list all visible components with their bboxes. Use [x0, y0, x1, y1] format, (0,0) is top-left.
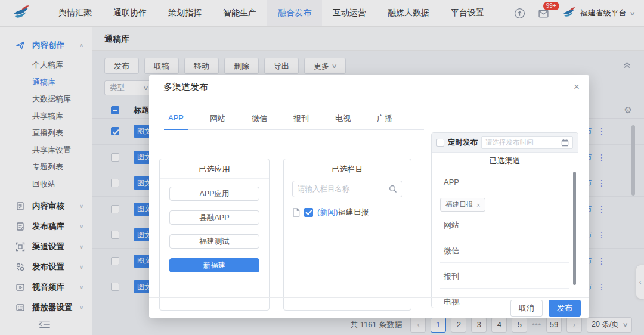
calendar-icon: [561, 139, 569, 147]
schedule-date-field[interactable]: [485, 139, 559, 146]
app-option-selected[interactable]: 新福建: [169, 258, 259, 272]
cancel-button[interactable]: 取消: [510, 300, 543, 317]
tab-wechat[interactable]: 微信: [247, 113, 271, 129]
tab-tv[interactable]: 电视: [331, 113, 355, 129]
confirm-publish-button[interactable]: 发布: [549, 300, 581, 317]
tab-app[interactable]: APP: [164, 113, 188, 130]
column-label: (新闻)福建日报: [317, 207, 369, 218]
selected-channels-panel: 定时发布 已选渠道 APP 福建日报 ×: [431, 132, 578, 308]
schedule-label: 定时发布: [448, 138, 478, 148]
dialog-footer: 取消 发布: [149, 297, 589, 318]
column-checkbox[interactable]: [304, 208, 313, 217]
tab-press[interactable]: 报刊: [289, 113, 313, 129]
channel-item[interactable]: APP: [440, 169, 569, 193]
column-tree-item[interactable]: (新闻)福建日报: [292, 207, 411, 218]
dialog-body: APP 网站 微信 报刊 电视 广播 已选应用 APP应用 县融APP 福建测试…: [149, 98, 589, 318]
app-option[interactable]: 福建测试: [169, 234, 259, 249]
selected-apps-panel: 已选应用 APP应用 县融APP 福建测试 新福建: [159, 159, 270, 311]
channel-item[interactable]: 微信: [440, 237, 569, 262]
multichannel-publish-dialog: 多渠道发布 × APP 网站 微信 报刊 电视 广播 已选应用 APP应用 县融…: [149, 75, 589, 318]
divider: [440, 193, 569, 193]
channel-item[interactable]: 报刊: [440, 263, 569, 288]
app-option[interactable]: APP应用: [169, 187, 259, 201]
column-search-box: [292, 181, 402, 197]
channel-tabs: APP 网站 微信 报刊 电视 广播: [164, 113, 424, 130]
schedule-checkbox[interactable]: [436, 139, 444, 147]
column-search-input[interactable]: [298, 185, 385, 193]
schedule-bar: 定时发布: [432, 133, 578, 153]
app-root: 舆情汇聚 通联协作 策划指挥 智能生产 融合发布 互动运营 融媒大数据 平台设置…: [0, 0, 644, 335]
tab-radio[interactable]: 广播: [373, 113, 397, 129]
column-label-name: 福建日报: [338, 207, 369, 216]
channel-tag: 福建日报 ×: [440, 198, 485, 212]
channel-item[interactable]: 网站: [440, 212, 569, 237]
channel-list-scrollbar[interactable]: [573, 172, 576, 285]
channel-list: APP 福建日报 × 网站 微信 报刊 电视 广播: [432, 169, 578, 308]
selected-channels-title: 已选渠道: [432, 153, 578, 169]
file-icon: [292, 208, 300, 217]
close-icon[interactable]: ×: [574, 75, 580, 98]
channel-tag-label: 福建日报: [445, 200, 473, 209]
app-option[interactable]: 县融APP: [169, 210, 259, 225]
selected-columns-panel: 已选栏目 (新闻)福建日报: [283, 159, 411, 311]
selected-columns-title: 已选栏目: [284, 159, 411, 179]
dialog-header: 多渠道发布 ×: [149, 75, 589, 98]
apps-list: APP应用 县融APP 福建测试 新福建: [160, 179, 269, 280]
selected-apps-title: 已选应用: [160, 159, 269, 179]
schedule-date-input[interactable]: [481, 136, 573, 149]
tab-website[interactable]: 网站: [206, 113, 230, 129]
column-label-prefix: (新闻): [317, 207, 338, 216]
dialog-title: 多渠道发布: [163, 82, 208, 92]
search-icon[interactable]: [389, 185, 397, 193]
tag-remove-icon[interactable]: ×: [476, 201, 480, 209]
